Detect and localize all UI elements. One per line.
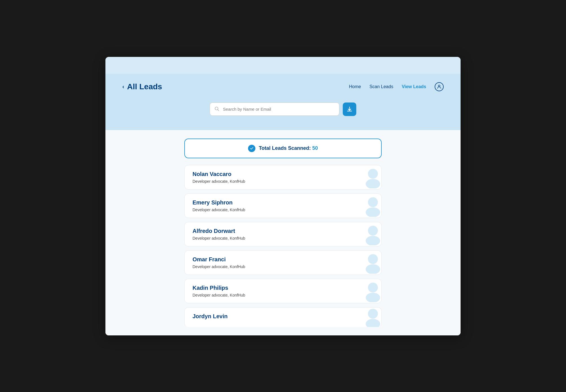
total-leads-card: Total Leads Scanned: 50	[184, 139, 382, 158]
header-top: ‹ All Leads Home Scan Leads View Leads	[122, 82, 444, 91]
download-button[interactable]	[343, 103, 356, 116]
lead-card[interactable]: Kadin Philips Developer advocate, KonfHu…	[184, 279, 382, 303]
lead-avatar-decoration	[362, 223, 382, 245]
lead-card[interactable]: Omar Franci Developer advocate, KonfHub	[184, 250, 382, 275]
lead-role: Developer advocate, KonfHub	[193, 264, 245, 269]
svg-point-6	[366, 207, 380, 217]
leads-list: Nolan Vaccaro Developer advocate, KonfHu…	[184, 165, 382, 327]
total-leads-label: Total Leads Scanned: 50	[259, 145, 318, 151]
svg-point-5	[368, 197, 378, 207]
lead-info: Omar Franci Developer advocate, KonfHub	[193, 256, 245, 269]
nav-links: Home Scan Leads View Leads	[349, 82, 444, 91]
lead-info: Nolan Vaccaro Developer advocate, KonfHu…	[193, 171, 245, 184]
lead-role: Developer advocate, KonfHub	[193, 293, 245, 297]
svg-point-4	[366, 179, 380, 188]
svg-point-8	[366, 236, 380, 245]
back-arrow[interactable]: ‹	[122, 83, 124, 90]
lead-role: Developer advocate, KonfHub	[193, 179, 245, 184]
lead-card[interactable]: Jordyn Levin	[184, 307, 382, 327]
search-area	[122, 103, 444, 116]
lead-avatar-decoration	[362, 251, 382, 274]
svg-line-2	[218, 110, 219, 111]
search-icon	[214, 106, 219, 112]
nav-link-home[interactable]: Home	[349, 84, 361, 89]
lead-info: Kadin Philips Developer advocate, KonfHu…	[193, 285, 245, 297]
svg-point-10	[366, 264, 380, 274]
svg-point-9	[368, 254, 378, 264]
app-container: ‹ All Leads Home Scan Leads View Leads	[105, 74, 461, 335]
svg-point-11	[368, 282, 378, 292]
lead-card[interactable]: Emery Siphron Developer advocate, KonfHu…	[184, 193, 382, 218]
lead-card[interactable]: Alfredo Dorwart Developer advocate, Konf…	[184, 222, 382, 246]
lead-info: Alfredo Dorwart Developer advocate, Konf…	[193, 228, 245, 240]
lead-info: Emery Siphron Developer advocate, KonfHu…	[193, 199, 245, 212]
browser-frame: ‹ All Leads Home Scan Leads View Leads	[105, 57, 461, 335]
lead-avatar-decoration	[362, 166, 382, 188]
main-content: Total Leads Scanned: 50 Nolan Vaccaro De…	[105, 130, 461, 335]
svg-point-14	[366, 319, 380, 327]
svg-point-7	[368, 226, 378, 235]
nav-link-view[interactable]: View Leads	[402, 84, 426, 89]
lead-card[interactable]: Nolan Vaccaro Developer advocate, KonfHu…	[184, 165, 382, 190]
lead-name: Kadin Philips	[193, 285, 245, 291]
lead-role: Developer advocate, KonfHub	[193, 208, 245, 212]
svg-point-3	[368, 169, 378, 179]
header: ‹ All Leads Home Scan Leads View Leads	[105, 74, 461, 130]
lead-name: Omar Franci	[193, 256, 245, 263]
browser-bar	[105, 57, 461, 74]
lead-avatar-decoration	[362, 307, 382, 327]
search-wrapper	[210, 103, 339, 116]
page-title: All Leads	[127, 82, 162, 91]
svg-point-13	[368, 309, 378, 318]
lead-name: Alfredo Dorwart	[193, 228, 245, 234]
lead-name: Emery Siphron	[193, 199, 245, 206]
lead-info: Jordyn Levin	[193, 313, 227, 321]
lead-name: Jordyn Levin	[193, 313, 227, 320]
total-leads-count: 50	[312, 145, 318, 151]
svg-point-0	[438, 85, 440, 87]
header-title-group: ‹ All Leads	[122, 82, 162, 91]
lead-avatar-decoration	[362, 194, 382, 217]
search-input[interactable]	[210, 103, 339, 116]
check-circle-icon	[248, 145, 255, 152]
lead-role: Developer advocate, KonfHub	[193, 236, 245, 240]
user-icon[interactable]	[435, 82, 444, 91]
svg-point-12	[366, 293, 380, 302]
nav-link-scan[interactable]: Scan Leads	[370, 84, 393, 89]
lead-name: Nolan Vaccaro	[193, 171, 245, 177]
lead-avatar-decoration	[362, 280, 382, 302]
